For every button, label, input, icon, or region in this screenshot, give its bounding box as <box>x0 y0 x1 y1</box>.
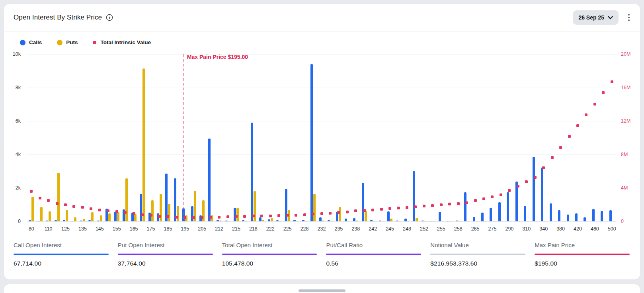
intrinsic-dot <box>414 205 417 208</box>
put-bar <box>433 221 435 222</box>
put-bar <box>245 221 247 222</box>
call-bar <box>584 217 586 221</box>
put-bar <box>219 221 222 221</box>
put-bar <box>467 221 469 222</box>
call-bar <box>422 221 424 221</box>
intrinsic-dot <box>47 199 50 202</box>
call-bar <box>430 221 432 222</box>
x-tick-label: 265 <box>471 226 480 232</box>
call-bar <box>191 206 193 221</box>
put-bar <box>509 221 512 222</box>
call-bar <box>319 217 322 222</box>
intrinsic-dot <box>209 216 212 219</box>
put-bar <box>305 221 307 222</box>
intrinsic-dot <box>81 206 84 209</box>
put-bar <box>49 211 51 221</box>
call-bar <box>439 212 441 221</box>
horizontal-scrollbar-thumb[interactable] <box>299 289 345 292</box>
put-bar <box>66 210 68 221</box>
max-pain-annotation: Max Pain Price $195.00 <box>187 54 248 60</box>
kebab-menu-icon[interactable] <box>626 12 631 23</box>
intrinsic-dot <box>354 209 357 212</box>
page-title: Open Interest By Strike Price <box>14 14 102 21</box>
x-tick-label: 222 <box>266 226 275 232</box>
put-bar <box>134 214 137 221</box>
call-bar <box>541 168 543 221</box>
expiry-dropdown[interactable]: 26 Sep 25 <box>573 10 619 25</box>
x-tick-label: 165 <box>130 226 138 232</box>
put-bar <box>330 221 333 222</box>
legend-item-puts[interactable]: Puts <box>57 39 78 45</box>
call-bar <box>456 221 458 221</box>
call-bar <box>524 206 526 221</box>
intrinsic-dot <box>448 203 451 205</box>
call-bar <box>71 221 74 222</box>
call-bar <box>387 211 390 221</box>
intrinsic-dot <box>593 103 596 105</box>
legend-item-calls[interactable]: Calls <box>20 39 42 45</box>
put-bar <box>228 221 230 222</box>
put-bar <box>373 221 375 222</box>
put-bar <box>441 221 444 222</box>
call-bar <box>353 218 355 221</box>
put-bar <box>125 178 128 221</box>
put-bar <box>100 215 102 221</box>
x-tick-label: 185 <box>164 226 172 232</box>
x-tick-label: 258 <box>454 226 463 232</box>
call-bar <box>601 211 603 221</box>
intrinsic-dot <box>380 208 383 211</box>
intrinsic-dot <box>542 166 545 169</box>
intrinsic-dot <box>243 215 246 218</box>
intrinsic-dot <box>150 214 152 217</box>
right-axis-tick: 0 <box>621 219 624 224</box>
intrinsic-dot <box>166 215 169 218</box>
x-tick-label: 248 <box>403 226 411 232</box>
intrinsic-dot <box>397 207 400 209</box>
call-bar <box>174 178 176 221</box>
call-bar <box>88 220 91 221</box>
x-tick-label: 255 <box>437 226 445 232</box>
put-bar <box>390 219 392 221</box>
intrinsic-dot <box>158 215 161 218</box>
put-bar <box>40 207 43 221</box>
x-tick-label: 420 <box>574 226 582 232</box>
intrinsic-dot <box>39 197 41 199</box>
intrinsic-dot <box>175 216 178 219</box>
info-icon[interactable] <box>106 14 113 21</box>
x-tick-label: 500 <box>608 226 616 232</box>
left-axis-tick: 0 <box>18 219 21 224</box>
intrinsic-dot <box>500 193 502 196</box>
open-interest-card: Open Interest By Strike Price 26 Sep 25 <box>4 4 640 279</box>
call-bar <box>533 157 535 221</box>
x-tick-label: 155 <box>113 226 121 232</box>
left-axis-tick: 10k <box>13 51 21 57</box>
call-bar <box>362 183 364 221</box>
intrinsic-dot <box>457 202 460 205</box>
left-axis-tick: 6k <box>16 118 21 124</box>
call-bar <box>208 139 211 221</box>
put-bar <box>168 204 170 221</box>
chevron-down-icon <box>608 14 613 21</box>
page: Open Interest By Strike Price 26 Sep 25 <box>0 0 644 293</box>
call-bar <box>370 220 373 221</box>
put-bar <box>492 221 495 222</box>
x-tick-label: 242 <box>369 226 377 232</box>
legend-item-intrinsic[interactable]: Total Intrinsic Value <box>93 39 151 45</box>
call-bar <box>251 123 253 221</box>
call-bar <box>567 215 569 221</box>
put-bar <box>142 68 145 221</box>
left-axis-tick: 8k <box>16 85 21 90</box>
call-bar <box>609 210 612 221</box>
put-bar <box>296 221 299 222</box>
call-bar <box>234 208 236 221</box>
intrinsic-dot <box>534 176 537 179</box>
x-tick-label: 205 <box>198 226 206 232</box>
call-bar <box>302 220 304 221</box>
plot-area: 8011012513514515516517518519520521221521… <box>27 54 616 221</box>
put-bar <box>416 218 418 221</box>
intrinsic-dot <box>431 204 434 207</box>
intrinsic-dot <box>56 202 59 205</box>
stat-max-pain-price: Max Pain Price $195.00 <box>535 242 630 267</box>
intrinsic-dot <box>226 215 229 218</box>
intrinsic-dot <box>133 212 135 215</box>
